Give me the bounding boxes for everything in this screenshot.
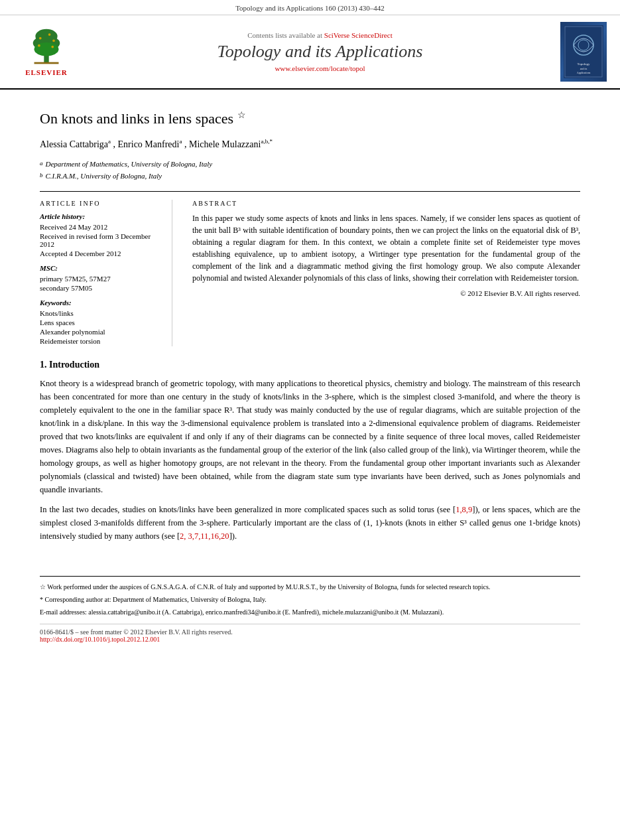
journal-url: www.elsevier.com/locate/topol (86, 64, 554, 72)
elsevier-logo: ELSEVIER (13, 27, 80, 76)
footnote-star-marker: ☆ (40, 583, 47, 591)
keyword-2: Lens spaces (40, 318, 161, 326)
footnote-corresponding: * Corresponding author at: Department of… (40, 595, 580, 604)
doi-link[interactable]: http://dx.doi.org/10.1016/j.topol.2012.1… (40, 636, 160, 643)
svg-text:and its: and its (580, 67, 588, 70)
title-star: ☆ (237, 110, 246, 120)
footnote-emails: E-mail addresses: alessia.cattabriga@uni… (40, 607, 580, 617)
svg-point-9 (51, 46, 54, 48)
footnote-corresponding-text: Corresponding author at: Department of M… (45, 596, 267, 603)
msc-secondary: secondary 57M05 (40, 284, 161, 292)
footnotes-section: ☆ Work performed under the auspices of G… (0, 582, 620, 617)
affil1-sup: a (40, 159, 43, 171)
affil2-text: C.I.R.A.M., University of Bologna, Italy (46, 171, 162, 182)
abstract-text: In this paper we study some aspects of k… (192, 212, 580, 284)
keyword-1: Knots/links (40, 309, 161, 317)
sciverse-line: Contents lists available at SciVerse Sci… (86, 31, 554, 39)
msc-section: MSC: primary 57M25, 57M27 secondary 57M0… (40, 264, 161, 292)
journal-cover-thumbnail: Topology and its Applications (560, 22, 607, 82)
svg-point-7 (52, 39, 55, 42)
sciverse-link[interactable]: SciVerse ScienceDirect (324, 31, 393, 39)
email-manfredi[interactable]: enrico.manfredi34@unibo.it (206, 608, 281, 616)
paper-title: On knots and links in lens spaces ☆ (40, 109, 580, 129)
author1-name: Alessia Cattabriga (40, 139, 108, 149)
keywords-section: Keywords: Knots/links Lens spaces Alexan… (40, 299, 161, 345)
keyword-3: Alexander polynomial (40, 328, 161, 336)
svg-point-5 (39, 37, 42, 40)
ref-link-2[interactable]: 2, 3,7,11,16,20 (180, 531, 229, 541)
abstract-heading: ABSTRACT (192, 200, 580, 207)
journal-center: Contents lists available at SciVerse Sci… (86, 31, 554, 72)
svg-rect-0 (44, 55, 48, 64)
issn-line: 0166-8641/$ – see front matter © 2012 El… (40, 628, 580, 636)
author3-sup: a,b,* (261, 138, 273, 145)
affiliations: a Department of Mathematics, University … (40, 159, 580, 182)
article-meta-section: ARTICLE INFO Article history: Received 2… (40, 191, 580, 346)
affil1-text: Department of Mathematics, University of… (46, 159, 213, 171)
intro-paragraph-2: In the last two decades, studies on knot… (40, 503, 580, 543)
keyword-4: Reidemeister torsion (40, 337, 161, 345)
journal-reference-bar: Topology and its Applications 160 (2013)… (0, 0, 620, 15)
intro-section-title: 1. Introduction (40, 360, 580, 370)
author2-sup: a (179, 138, 182, 145)
journal-header: ELSEVIER Contents lists available at Sci… (0, 15, 620, 90)
footnote-star2-marker: * (40, 596, 45, 603)
svg-point-4 (34, 42, 59, 56)
journal-title: Topology and its Applications (86, 42, 554, 62)
author2-name: , Enrico Manfredi (113, 139, 180, 149)
svg-rect-1 (34, 62, 59, 64)
article-info-column: ARTICLE INFO Article history: Received 2… (40, 200, 172, 346)
author3-name: , Michele Mulazzani (184, 139, 261, 149)
bottom-bar: 0166-8641/$ – see front matter © 2012 El… (40, 624, 580, 647)
ref-link-1[interactable]: 1,8,9 (456, 505, 472, 514)
history-label: Article history: (40, 212, 161, 220)
doi-line: http://dx.doi.org/10.1016/j.topol.2012.1… (40, 636, 580, 643)
intro-title-text: Introduction (49, 360, 99, 370)
intro-paragraph-1: Knot theory is a widespread branch of ge… (40, 377, 580, 496)
copyright-notice: © 2012 Elsevier B.V. All rights reserved… (192, 289, 580, 297)
svg-point-6 (48, 33, 51, 36)
keywords-label: Keywords: (40, 299, 161, 307)
msc-label: MSC: (40, 264, 161, 272)
authors-line: Alessia Cattabrigaa , Enrico Manfredia ,… (40, 137, 580, 152)
affil2-sup: b (40, 171, 43, 182)
accepted-date: Accepted 4 December 2012 (40, 249, 161, 257)
paper-content: On knots and links in lens spaces ☆ Ales… (0, 90, 620, 563)
article-info-heading: ARTICLE INFO (40, 200, 161, 207)
email-mulazzani[interactable]: michele.mulazzani@unibo.it (322, 608, 399, 616)
svg-text:Topology: Topology (577, 62, 590, 66)
affiliation-2: b C.I.R.A.M., University of Bologna, Ita… (40, 171, 580, 182)
footnote-star: ☆ Work performed under the auspices of G… (40, 582, 580, 592)
svg-point-8 (38, 44, 40, 47)
email-cattabriga[interactable]: alessia.cattabriga@unibo.it (88, 608, 160, 616)
cover-image-icon: Topology and its Applications (564, 25, 603, 78)
abstract-column: ABSTRACT In this paper we study some asp… (192, 200, 580, 346)
footnote-star-text: Work performed under the auspices of G.N… (47, 583, 490, 591)
elsevier-label: ELSEVIER (25, 68, 68, 76)
affiliation-1: a Department of Mathematics, University … (40, 159, 580, 171)
msc-primary: primary 57M25, 57M27 (40, 275, 161, 283)
journal-reference-text: Topology and its Applications 160 (2013)… (235, 4, 385, 12)
author1-sup: a (108, 138, 111, 145)
email-label: E-mail addresses: (40, 608, 88, 616)
revised-date: Received in revised form 3 December 2012 (40, 232, 161, 248)
received-date: Received 24 May 2012 (40, 223, 161, 231)
footer-divider (40, 576, 580, 577)
svg-text:Applications: Applications (577, 71, 591, 74)
elsevier-tree-icon (20, 27, 73, 67)
